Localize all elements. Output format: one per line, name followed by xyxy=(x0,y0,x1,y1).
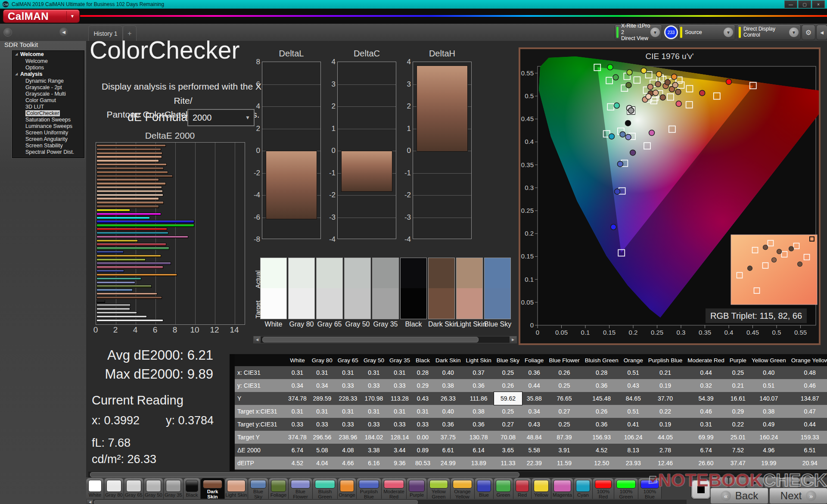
patch-tab-yellow[interactable]: Yellow xyxy=(532,478,551,499)
de-bar xyxy=(96,224,194,227)
scrollbar-thumb[interactable] xyxy=(94,500,418,504)
actual-swatch xyxy=(288,258,315,288)
tree-section-welcome[interactable]: ◢Welcome xyxy=(12,51,84,58)
axis-tick-label: 0 xyxy=(250,146,260,155)
axis-tick-label: -1 xyxy=(325,169,336,177)
sidebar-item-color-gamut[interactable]: Color Gamut xyxy=(12,97,84,103)
scrollbar-thumb[interactable] xyxy=(90,472,519,477)
display-control-dropdown[interactable]: Direct Display Control ▼ xyxy=(737,25,800,40)
scrollbar-thumb[interactable] xyxy=(262,337,479,342)
chevron-down-icon[interactable]: ▼ xyxy=(724,28,733,37)
target-swatch xyxy=(372,288,399,319)
patch-tab-magenta[interactable]: Magenta xyxy=(551,478,574,499)
patch-tab-label: Magenta xyxy=(551,492,573,499)
table-scrollbar[interactable] xyxy=(88,472,826,477)
table-cell: 24.99 xyxy=(433,457,463,470)
stop-measure-button[interactable] xyxy=(691,480,710,499)
media-button[interactable]: ▶ xyxy=(747,477,763,488)
patch-tab-100-red[interactable]: 100% Red xyxy=(593,478,614,499)
patch-tab-white[interactable]: White xyxy=(86,478,104,499)
patch-tab-gray-50[interactable]: Gray 50 xyxy=(144,478,164,499)
patch-tab-foliage[interactable]: Foliage xyxy=(269,478,289,499)
table-row: Target Y374.78296.56238.96184.02128.140.… xyxy=(235,431,827,444)
media-button[interactable]: » xyxy=(782,477,799,488)
patch-tab-red[interactable]: Red xyxy=(513,478,532,499)
gear-icon[interactable]: ⚙ xyxy=(802,25,815,40)
patch-tab-orange[interactable]: Orange xyxy=(338,478,357,499)
patch-color-chip xyxy=(126,480,141,492)
patch-tab-orange-yellow[interactable]: Orange Yellow xyxy=(451,478,475,499)
sidebar-item-screen-angularity[interactable]: Screen Angularity xyxy=(12,136,84,142)
next-button[interactable]: Next » xyxy=(770,488,827,504)
patch-tab-purple[interactable]: Purple xyxy=(407,478,427,499)
sidebar-item-spectral-power-dist-[interactable]: Spectral Power Dist. xyxy=(12,149,84,155)
scroll-right-icon[interactable]: ▶ xyxy=(510,336,516,343)
patch-tab-label: Yellow Green xyxy=(427,489,450,501)
table-cell: 3.44 xyxy=(387,444,413,457)
media-button[interactable]: ■ xyxy=(800,477,816,488)
swatch-strip-scrollbar[interactable]: ◀ ▶ xyxy=(253,336,517,343)
sidebar-item-dynamic-range[interactable]: Dynamic Range xyxy=(12,78,84,84)
calman-logo-button[interactable]: CalMAN ▼ xyxy=(3,10,79,22)
sidebar-item-screen-uniformity[interactable]: Screen Uniformity xyxy=(12,129,84,136)
sidebar-item-3d-lut[interactable]: 3D LUT xyxy=(12,103,84,110)
expand-icon[interactable]: ◢ xyxy=(15,52,18,56)
de-formula-select[interactable]: 2000 ▼ xyxy=(188,110,254,125)
sidebar-item-grayscale-2pt[interactable]: Grayscale - 2pt xyxy=(12,84,84,90)
patch-tab-black[interactable]: Black xyxy=(183,478,201,499)
patch-tab-cyan[interactable]: Cyan xyxy=(574,478,593,499)
patch-tab-gray-80[interactable]: Gray 80 xyxy=(104,478,124,499)
patch-tab-100-green[interactable]: 100% Green xyxy=(614,478,638,499)
chevron-down-icon[interactable]: ▼ xyxy=(789,28,799,37)
close-button[interactable]: × xyxy=(812,0,825,8)
measured-marker xyxy=(672,74,677,80)
patch-tab-green[interactable]: Green xyxy=(494,478,513,499)
sidebar-item-options[interactable]: Options xyxy=(12,64,84,71)
sidebar-item-screen-stability[interactable]: Screen Stability xyxy=(12,142,84,149)
patch-tab-purplish-blue[interactable]: Purplish Blue xyxy=(357,478,382,499)
axis-tick-label: 4 xyxy=(133,325,138,335)
measured-marker xyxy=(656,72,662,77)
media-button[interactable]: › xyxy=(765,477,781,488)
meter-dropdown[interactable]: X-Rite i1Pro 2 Direct View ▼ xyxy=(615,25,662,40)
deltae-chart-axis: 02468101214 xyxy=(96,325,251,335)
patch-tab-gray-65[interactable]: Gray 65 xyxy=(124,478,144,499)
patch-tab-blue[interactable]: Blue xyxy=(475,478,494,499)
panel-collapse-icon[interactable]: ◀ xyxy=(817,25,827,40)
chevron-down-icon[interactable]: ▼ xyxy=(650,28,660,37)
sidebar-item-welcome[interactable]: Welcome xyxy=(12,58,84,64)
patch-tab-yellow-green[interactable]: Yellow Green xyxy=(427,478,451,499)
patch-tab-100-blue[interactable]: 100% Blue xyxy=(638,478,662,499)
sidebar-item-colorchecker[interactable]: ColorChecker xyxy=(12,110,84,116)
sidebar-collapse-icon[interactable]: ◀ xyxy=(59,28,68,36)
measured-marker xyxy=(655,81,661,87)
sidebar-item-saturation-sweeps[interactable]: Saturation Sweeps xyxy=(12,116,84,123)
sidebar-item-grayscale-multi[interactable]: Grayscale - Multi xyxy=(12,90,84,97)
minimize-button[interactable]: — xyxy=(784,0,797,8)
table-cell: 374.78 xyxy=(286,431,309,444)
tree-section-analysis[interactable]: ◢Analysis xyxy=(12,71,84,78)
scroll-left-icon[interactable]: ◀ xyxy=(87,500,93,504)
expand-icon[interactable]: ◢ xyxy=(15,72,18,76)
sidebar-item-luminance-sweeps[interactable]: Luminance Sweeps xyxy=(12,123,84,129)
scroll-left-icon[interactable]: ◀ xyxy=(254,336,261,343)
meter-count-badge[interactable]: 233 xyxy=(664,25,678,39)
measured-marker xyxy=(641,68,647,73)
maximize-button[interactable]: ▢ xyxy=(798,0,811,8)
patch-tab-light-skin[interactable]: Light Skin xyxy=(225,478,248,499)
back-button[interactable]: « Back xyxy=(711,488,768,504)
logo-dropdown-icon[interactable]: ▼ xyxy=(66,11,78,21)
patch-tab-moderate-red[interactable]: Moderate Red xyxy=(382,478,407,499)
sidebar-radio-button[interactable] xyxy=(3,28,12,37)
patch-tab-dark-skin[interactable]: Dark Skin xyxy=(201,478,225,499)
table-row-label: Y xyxy=(235,392,286,405)
patch-tab-bluish-green[interactable]: Bluish Green xyxy=(313,478,338,499)
patch-tabs-scrollbar[interactable]: ◀ xyxy=(87,500,687,504)
source-dropdown[interactable]: Source ▼ xyxy=(679,25,735,40)
media-button[interactable]: « xyxy=(712,477,728,488)
patch-tab-gray-35[interactable]: Gray 35 xyxy=(164,478,183,499)
media-button[interactable]: ‹ xyxy=(729,477,746,488)
patch-tab-blue-flower[interactable]: Blue Flower xyxy=(289,478,313,499)
patch-color-chip xyxy=(640,480,659,488)
patch-tab-blue-sky[interactable]: Blue Sky xyxy=(248,478,269,499)
